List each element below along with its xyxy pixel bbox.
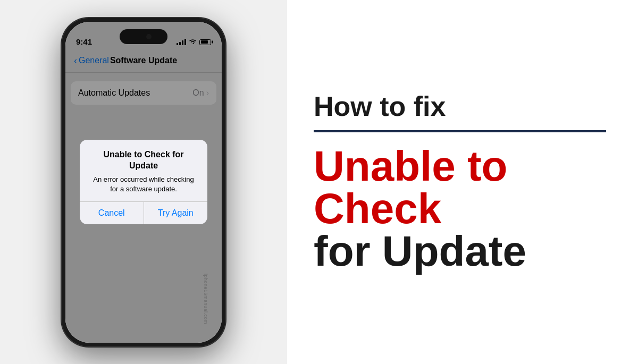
alert-buttons: Cancel Try Again xyxy=(80,201,207,224)
phone-mockup: 9:41 xyxy=(61,18,226,347)
main-title-line1: Unable to Check xyxy=(314,145,606,230)
alert-dialog: Unable to Check for Update An error occu… xyxy=(80,140,207,224)
right-section: How to fix Unable to Check for Update xyxy=(287,0,638,364)
phone-screen: 9:41 xyxy=(65,22,222,343)
alert-cancel-button[interactable]: Cancel xyxy=(80,202,144,224)
alert-try-again-button[interactable]: Try Again xyxy=(144,202,208,224)
alert-message: An error occurred while checking for a s… xyxy=(88,175,199,194)
main-title-line2: for Update xyxy=(314,230,606,273)
alert-content: Unable to Check for Update An error occu… xyxy=(80,140,207,201)
alert-overlay: Unable to Check for Update An error occu… xyxy=(65,22,222,343)
alert-title: Unable to Check for Update xyxy=(88,149,199,172)
how-to-fix-heading: How to fix xyxy=(314,91,606,122)
divider-line xyxy=(314,130,606,132)
left-section: 9:41 xyxy=(0,0,287,364)
